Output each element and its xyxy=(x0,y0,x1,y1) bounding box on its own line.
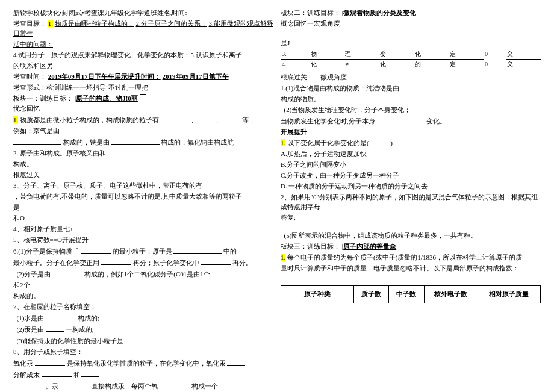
blank[interactable] xyxy=(101,258,131,265)
worksheet-header: 新锐学校板块化•封闭式•考查课九年级化学学道班姓名,时间: xyxy=(13,8,273,18)
l1-deng: 等， xyxy=(242,116,255,123)
r5: (5)图所表示的混合物中，组成该物质的粒子种类最多，一共有种。 xyxy=(281,231,541,241)
block1-row: 板块一：训练目标： |原子的构成、物J!0丽 xyxy=(13,94,273,104)
r3b: ) xyxy=(390,139,393,146)
th-relmass: 相对原子质量 xyxy=(478,285,540,303)
l2b: 构成。 xyxy=(13,160,273,169)
block1-label: 板块一：训练目标： xyxy=(13,95,73,102)
r2c: 变化。 xyxy=(426,117,446,125)
l2: 2. 原子由和构成。原子核又由和 xyxy=(13,149,273,158)
blank[interactable] xyxy=(111,137,160,145)
spacer xyxy=(281,30,541,37)
blank[interactable] xyxy=(125,336,155,343)
q6d-row: 最小粒子。分子在化学变正用 再分；原子化学变化中 再分。 xyxy=(13,258,273,268)
q6d: 最小粒子。分子在化学变正用 xyxy=(13,259,99,266)
q8a: 氧化汞 xyxy=(13,359,33,367)
l1-text: 物质都是由微小粒子构成的，构成物质的粒子有 xyxy=(20,116,159,123)
blank[interactable] xyxy=(81,370,99,377)
blank[interactable] xyxy=(212,269,230,276)
l1b: 例如：京气是由 xyxy=(13,126,273,136)
blank[interactable] xyxy=(46,313,76,320)
blank[interactable] xyxy=(42,370,72,377)
date-1: 2019年09月17日下午午展示提升时间： xyxy=(48,73,161,80)
q6-row: 6.(1)分子是保持物质「 的最小粒子；原子是 中的 xyxy=(13,246,273,257)
atom-table: 原子种类 质子数 中子数 核外电子数 相对原子质量 xyxy=(281,285,541,303)
shi-j: 是J xyxy=(281,39,541,48)
exam-target-label: 考查目标： xyxy=(13,20,46,27)
concept-recall-macro: 概念回忆一宏观角度 xyxy=(281,19,541,29)
spacer xyxy=(281,224,541,230)
opt-d: D. 一种物质的分子运动到另一种物质的分子之间去 xyxy=(281,182,541,191)
l1c-row: 构成的，铁是由 构成的，氟化钠由构成航 xyxy=(13,137,273,148)
q3c: 是 xyxy=(13,203,273,213)
r2: (2)当物质发生物理变化时，分子本身变化； xyxy=(281,105,541,115)
exam-time-label: 考查时间： xyxy=(13,73,46,80)
c: 化 xyxy=(379,60,414,70)
target-4: 4.试用分子、原子的观点来解释物理变化、化学变化的本质：5.认识原子和离子 xyxy=(13,51,273,60)
blank[interactable] xyxy=(160,381,190,388)
blank[interactable] xyxy=(201,258,231,265)
blank[interactable] xyxy=(198,115,216,122)
q8g: 构成一个 xyxy=(191,382,218,390)
q8d: 和 xyxy=(73,371,80,378)
block3-row: 板块三：训练目标： |原子内部的等量森 xyxy=(281,242,541,252)
blank[interactable] xyxy=(161,115,191,122)
q7-3-row: (3)能保持汞的化学性质的最小粒子是 xyxy=(13,336,273,346)
blank[interactable] xyxy=(173,246,222,254)
c: 4. xyxy=(281,60,310,70)
blank[interactable] xyxy=(31,280,61,287)
q6-2-row: (2)分子是由 构成的，例如1个二氧化碳分子(C01是由1个 xyxy=(13,269,273,279)
target-1: 物质是由哪些粒子构成的： xyxy=(55,20,134,27)
q6_2c: 和2个 xyxy=(13,281,30,288)
def-row-2: 4. 化 ≠ 化 的 定 0 义 xyxy=(281,60,541,70)
foundation-micro: 根底过关——微观角度 xyxy=(281,73,541,82)
blank[interactable] xyxy=(81,246,111,254)
q6b: 的最小粒子；原子是 xyxy=(113,247,172,255)
q7_1b: 构成的; xyxy=(78,314,99,322)
block2-label: 板块二：训练目标： xyxy=(281,9,340,16)
c: 0 xyxy=(484,49,506,60)
box-icon xyxy=(140,94,147,102)
block3-target: |原子内部的等量森 xyxy=(342,243,396,250)
q8e: 。汞 xyxy=(45,382,58,390)
definition-table: 3. 物 理 变 化 定 0 义 4. 化 ≠ 化 的 定 0 义 xyxy=(281,49,541,70)
concept-recall: 忧念回忆 xyxy=(13,104,273,114)
block2-row: 板块二：训练目标： |微观看物质的分类及变化 xyxy=(281,8,541,18)
target-2: 2.分子原子之间的关系： xyxy=(136,20,207,27)
q6_2b: 构成的，例如1个二氧化碳分子(C01是由1个 xyxy=(84,270,210,278)
c: 化 xyxy=(414,49,449,60)
exam-form: 考查形式：检测训练一一坯指导"不过乱一理把 xyxy=(13,83,273,93)
r6-num: 1. xyxy=(281,254,285,261)
blank[interactable] xyxy=(60,381,90,388)
th-kind: 原子种类 xyxy=(281,285,354,303)
q5: 5、核电荷数==O开展提升 xyxy=(13,235,273,245)
q6_2d: 构成的。 xyxy=(13,291,273,301)
blank[interactable] xyxy=(370,138,388,145)
right-column: 板块二：训练目标： |微观看物质的分类及变化 概念回忆一宏观角度 是J 3. 物… xyxy=(277,8,544,384)
blank[interactable] xyxy=(377,116,425,123)
blank[interactable] xyxy=(13,137,61,145)
blank[interactable] xyxy=(46,325,64,332)
th-proton: 质子数 xyxy=(353,285,388,303)
blank[interactable] xyxy=(52,269,82,276)
blank[interactable] xyxy=(222,115,240,122)
c: 3. xyxy=(281,49,310,60)
q6e: 再分；原子化学变化中 xyxy=(133,259,199,266)
target-3b: 活中的问题： xyxy=(13,40,273,49)
c: 变 xyxy=(379,49,414,60)
q8f: 直接构成汞，每两个氧 xyxy=(92,382,158,390)
blank[interactable] xyxy=(227,358,245,366)
th-neutron: 中子数 xyxy=(389,285,424,303)
opt-c: C.分子改变，由一种分子变成另一种分子 xyxy=(281,171,541,181)
q6f: 再分。 xyxy=(232,259,252,266)
blank[interactable] xyxy=(35,358,65,366)
l1-num: 1. xyxy=(13,116,18,123)
q7_1: (1)水是由 xyxy=(17,314,45,322)
target-4b: 的联系和区另 xyxy=(13,61,273,71)
q8: 8、用分子或原子填空： xyxy=(13,347,273,357)
r6b: 量时只计算质子和中子的质量，电子质量忽略不计。以下是局部原子的构成指数： xyxy=(281,264,541,273)
l1d: 构成的，氟化钠由构成航 xyxy=(161,138,234,146)
c: 定 xyxy=(449,60,484,70)
block2-target: |微观看物质的分类及变化 xyxy=(342,9,416,16)
blank[interactable] xyxy=(13,381,43,388)
